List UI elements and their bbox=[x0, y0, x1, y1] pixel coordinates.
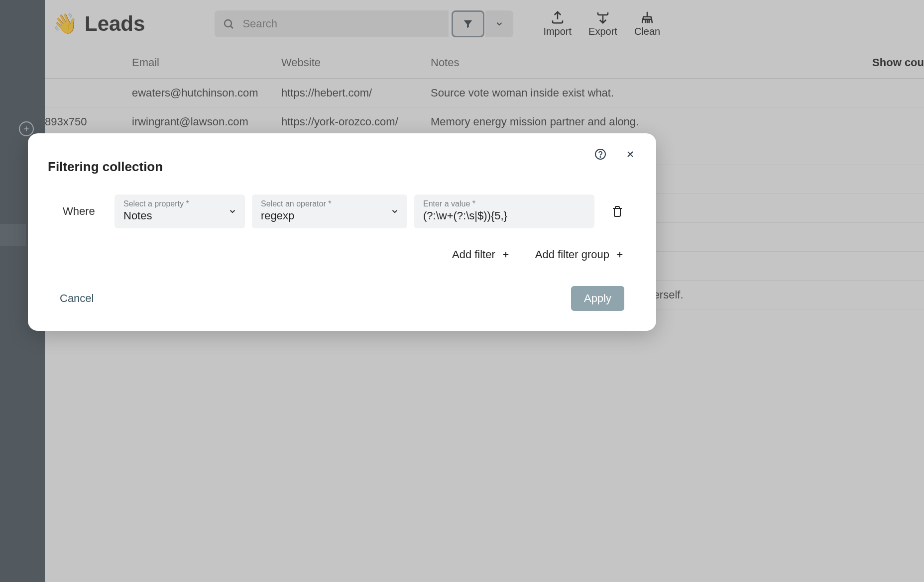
add-filter-group-label: Add filter group bbox=[535, 248, 609, 261]
plus-icon bbox=[501, 250, 510, 259]
operator-value: regexp bbox=[261, 209, 398, 222]
value-label: Enter a value * bbox=[423, 199, 585, 208]
where-label: Where bbox=[63, 205, 108, 218]
svg-point-2 bbox=[600, 157, 600, 157]
help-icon bbox=[594, 148, 606, 160]
property-value: Notes bbox=[123, 209, 236, 222]
close-button[interactable] bbox=[624, 148, 636, 160]
chevron-down-icon bbox=[228, 207, 237, 216]
cancel-button[interactable]: Cancel bbox=[60, 292, 94, 305]
value-input[interactable] bbox=[423, 209, 585, 222]
add-filter-group-button[interactable]: Add filter group bbox=[535, 248, 624, 261]
trash-icon bbox=[611, 205, 623, 218]
operator-select[interactable]: Select an operator * regexp bbox=[252, 194, 407, 228]
filter-row: Where Select a property * Notes Select a… bbox=[48, 194, 636, 228]
property-select[interactable]: Select a property * Notes bbox=[115, 194, 245, 228]
value-input-wrapper: Enter a value * bbox=[414, 194, 594, 228]
modal-title: Filtering collection bbox=[48, 159, 163, 175]
property-label: Select a property * bbox=[123, 199, 236, 208]
close-icon bbox=[625, 149, 635, 159]
add-filter-label: Add filter bbox=[452, 248, 495, 261]
add-filter-actions: Add filter Add filter group bbox=[48, 248, 636, 261]
plus-icon bbox=[615, 250, 624, 259]
chevron-down-icon bbox=[390, 207, 399, 216]
help-button[interactable] bbox=[594, 148, 606, 160]
delete-filter-button[interactable] bbox=[611, 205, 623, 218]
operator-label: Select an operator * bbox=[261, 199, 398, 208]
filter-modal: Filtering collection Where Select a prop… bbox=[28, 133, 656, 331]
add-filter-button[interactable]: Add filter bbox=[452, 248, 510, 261]
apply-button[interactable]: Apply bbox=[571, 286, 624, 311]
